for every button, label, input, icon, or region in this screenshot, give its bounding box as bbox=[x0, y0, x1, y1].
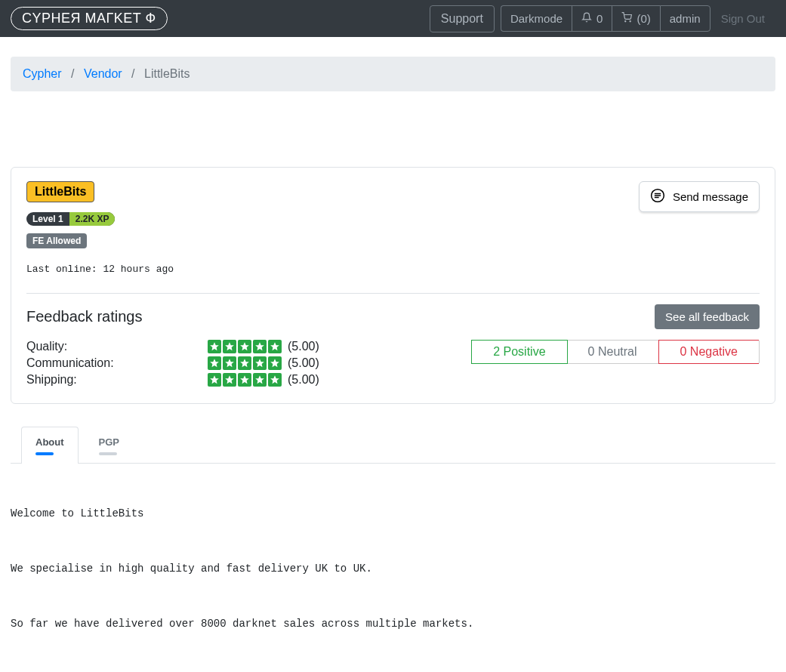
star-icon bbox=[238, 340, 251, 353]
nav-right: Support Darkmode 0 (0) admin Sign Out bbox=[430, 5, 775, 32]
breadcrumb-sep: / bbox=[65, 67, 80, 80]
site-logo[interactable]: CYPHEЯ MAГKET Ф bbox=[11, 7, 168, 30]
level-row: Level 1 2.2K XP bbox=[26, 211, 760, 226]
star-icon bbox=[223, 373, 236, 387]
ratings-table: Quality: (5.00) Communication: (5.00) Sh… bbox=[26, 340, 319, 390]
rating-row-shipping: Shipping: (5.00) bbox=[26, 373, 319, 387]
rating-row-communication: Communication: (5.00) bbox=[26, 356, 319, 370]
account-button[interactable]: admin bbox=[660, 5, 710, 32]
support-link[interactable]: Support bbox=[430, 5, 495, 32]
svg-point-0 bbox=[625, 21, 626, 22]
xp-label: 2.2K XP bbox=[69, 212, 116, 226]
level-label: Level 1 bbox=[26, 212, 69, 226]
breadcrumb-sep: / bbox=[125, 67, 140, 80]
tab-indicator bbox=[99, 452, 117, 455]
rating-label: Shipping: bbox=[26, 373, 208, 387]
star-icon bbox=[208, 356, 221, 370]
star-icon bbox=[238, 373, 251, 387]
divider bbox=[26, 293, 760, 294]
notifications-button[interactable]: 0 bbox=[572, 5, 612, 32]
see-all-feedback-button[interactable]: See all feedback bbox=[655, 304, 760, 329]
feedback-negative[interactable]: 0 Negative bbox=[658, 340, 760, 364]
level-pill: Level 1 2.2K XP bbox=[26, 212, 115, 226]
fe-allowed-badge: FE Allowed bbox=[26, 233, 87, 248]
darkmode-toggle[interactable]: Darkmode bbox=[501, 5, 572, 32]
feedback-positive[interactable]: 2 Positive bbox=[471, 340, 567, 364]
star-icon bbox=[268, 340, 282, 353]
vendor-name-badge: LittleBits bbox=[26, 181, 94, 202]
svg-point-1 bbox=[630, 21, 631, 22]
star-icon bbox=[253, 356, 267, 370]
bell-icon bbox=[581, 12, 592, 25]
fe-row: FE Allowed bbox=[26, 233, 760, 248]
breadcrumb-current: LittleBits bbox=[144, 67, 190, 80]
last-online-text: Last online: 12 hours ago bbox=[26, 264, 760, 275]
page-content: Cypher / Vendor / LittleBits LittleBits … bbox=[0, 37, 786, 672]
tab-about-label: About bbox=[35, 436, 64, 448]
tab-about[interactable]: About bbox=[21, 427, 79, 464]
star-rating bbox=[208, 356, 283, 370]
star-icon bbox=[268, 373, 282, 387]
star-icon bbox=[268, 356, 282, 370]
feedback-header: Feedback ratings See all feedback bbox=[26, 304, 760, 329]
nav-button-group: Darkmode 0 (0) admin bbox=[501, 5, 710, 32]
cart-button[interactable]: (0) bbox=[612, 5, 659, 32]
vendor-card: LittleBits Send message Level 1 2.2K XP … bbox=[11, 167, 775, 404]
star-icon bbox=[223, 340, 236, 353]
breadcrumb-root[interactable]: Cypher bbox=[23, 67, 62, 80]
top-navbar: CYPHEЯ MAГKET Ф Support Darkmode 0 (0) a… bbox=[0, 0, 786, 37]
star-rating bbox=[208, 340, 283, 353]
chat-icon bbox=[650, 188, 665, 205]
star-icon bbox=[223, 356, 236, 370]
send-message-label: Send message bbox=[673, 190, 748, 203]
ratings-block: Quality: (5.00) Communication: (5.00) Sh… bbox=[26, 340, 760, 390]
star-icon bbox=[208, 373, 221, 387]
star-icon bbox=[208, 340, 221, 353]
rating-label: Communication: bbox=[26, 356, 208, 370]
cart-icon bbox=[621, 12, 632, 25]
star-icon bbox=[253, 373, 267, 387]
rating-score: (5.00) bbox=[288, 356, 319, 370]
tab-indicator bbox=[35, 452, 54, 455]
breadcrumb: Cypher / Vendor / LittleBits bbox=[11, 57, 775, 91]
feedback-neutral[interactable]: 0 Neutral bbox=[567, 341, 659, 363]
feedback-summary: 2 Positive 0 Neutral 0 Negative bbox=[471, 340, 760, 364]
rating-score: (5.00) bbox=[288, 373, 319, 387]
cart-count: (0) bbox=[637, 12, 650, 25]
about-text: Welcome to LittleBits We specialise in h… bbox=[11, 464, 775, 672]
signout-link[interactable]: Sign Out bbox=[710, 6, 775, 31]
breadcrumb-vendor[interactable]: Vendor bbox=[84, 67, 122, 80]
rating-score: (5.00) bbox=[288, 340, 319, 353]
rating-label: Quality: bbox=[26, 340, 208, 353]
rating-row-quality: Quality: (5.00) bbox=[26, 340, 319, 353]
feedback-heading: Feedback ratings bbox=[26, 308, 142, 325]
star-rating bbox=[208, 373, 283, 387]
star-icon bbox=[238, 356, 251, 370]
tabs: About PGP bbox=[11, 427, 775, 464]
notif-count: 0 bbox=[596, 12, 603, 25]
tab-pgp-label: PGP bbox=[99, 436, 119, 448]
send-message-button[interactable]: Send message bbox=[639, 181, 760, 212]
star-icon bbox=[253, 340, 267, 353]
tab-pgp[interactable]: PGP bbox=[85, 427, 134, 463]
